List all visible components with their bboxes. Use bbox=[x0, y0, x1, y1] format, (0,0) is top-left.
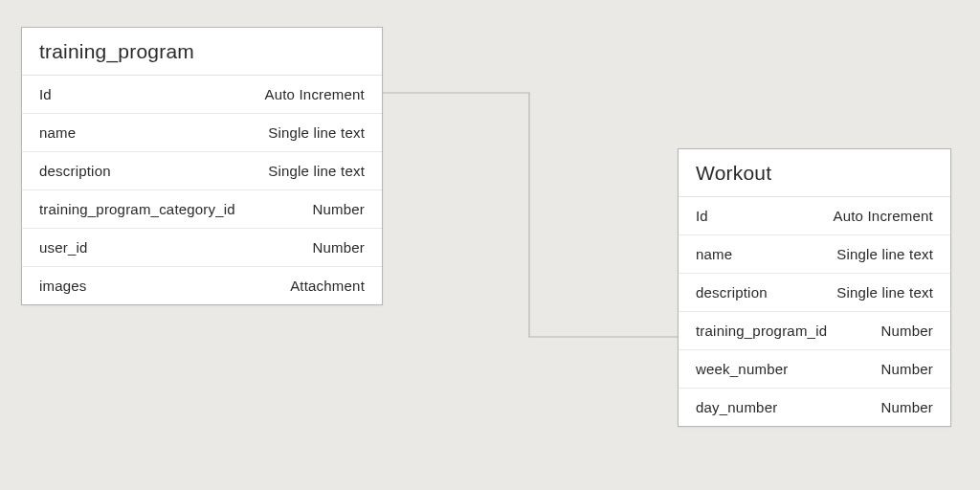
field-row[interactable]: training_program_id Number bbox=[679, 312, 950, 350]
field-row[interactable]: images Attachment bbox=[22, 267, 382, 304]
field-name: description bbox=[696, 284, 768, 301]
field-type: Number bbox=[880, 399, 933, 415]
field-name: training_program_id bbox=[696, 323, 827, 339]
field-type: Number bbox=[312, 201, 365, 217]
field-row[interactable]: training_program_category_id Number bbox=[22, 190, 382, 229]
field-type: Auto Increment bbox=[833, 208, 933, 224]
field-type: Single line text bbox=[836, 246, 933, 262]
field-row[interactable]: Id Auto Increment bbox=[679, 197, 950, 235]
field-type: Number bbox=[880, 361, 933, 377]
field-row[interactable]: description Single line text bbox=[679, 274, 950, 312]
field-name: Id bbox=[39, 86, 52, 102]
field-type: Single line text bbox=[268, 124, 365, 141]
field-row[interactable]: Id Auto Increment bbox=[22, 76, 382, 114]
entity-workout[interactable]: Workout Id Auto Increment name Single li… bbox=[678, 148, 951, 427]
field-name: description bbox=[39, 163, 111, 179]
field-type: Number bbox=[880, 323, 933, 339]
field-type: Single line text bbox=[268, 163, 365, 179]
entity-training-program[interactable]: training_program Id Auto Increment name … bbox=[21, 27, 383, 305]
field-name: week_number bbox=[696, 361, 788, 377]
entity-title: training_program bbox=[22, 28, 382, 76]
field-name: user_id bbox=[39, 239, 88, 256]
field-type: Attachment bbox=[290, 278, 365, 294]
field-type: Auto Increment bbox=[264, 86, 365, 102]
entity-title: Workout bbox=[679, 149, 950, 197]
field-name: training_program_category_id bbox=[39, 201, 235, 217]
field-row[interactable]: name Single line text bbox=[679, 235, 950, 274]
field-name: name bbox=[39, 124, 76, 141]
field-row[interactable]: week_number Number bbox=[679, 350, 950, 389]
field-type: Number bbox=[312, 239, 365, 256]
field-row[interactable]: day_number Number bbox=[679, 389, 950, 426]
field-row[interactable]: description Single line text bbox=[22, 152, 382, 190]
field-name: name bbox=[696, 246, 732, 262]
field-name: Id bbox=[696, 208, 708, 224]
field-row[interactable]: name Single line text bbox=[22, 114, 382, 152]
field-name: day_number bbox=[696, 399, 777, 415]
field-row[interactable]: user_id Number bbox=[22, 229, 382, 267]
field-type: Single line text bbox=[836, 284, 933, 301]
field-name: images bbox=[39, 278, 87, 294]
